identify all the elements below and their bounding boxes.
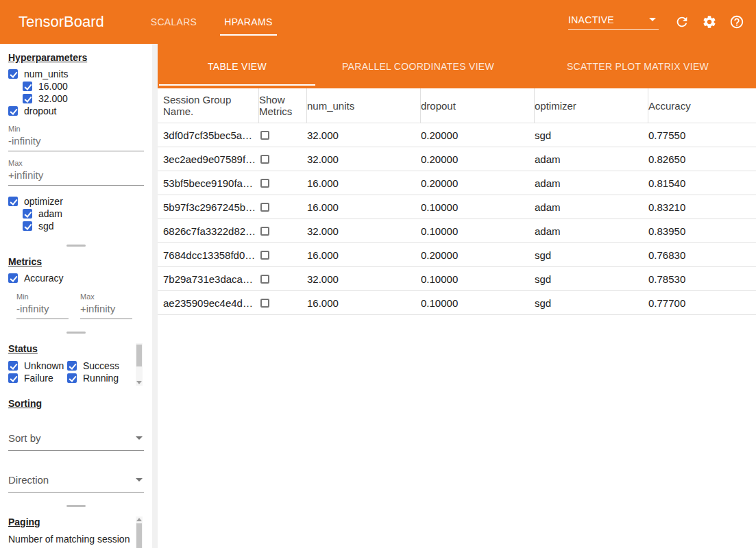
column-header-show-metrics[interactable]: Show Metrics	[259, 88, 307, 123]
show-metrics-checkbox[interactable]	[260, 275, 269, 284]
app-toolbar: TensorBoard SCALARS HPARAMS INACTIVE	[0, 0, 756, 44]
num-units-value-16-row[interactable]: 16.000	[23, 80, 144, 92]
status-heading: Status	[8, 343, 144, 354]
paging-section: Paging Number of matching session groups…	[8, 516, 144, 548]
scrollbar-thumb[interactable]	[136, 345, 142, 366]
num-units-value-32-row[interactable]: 32.000	[23, 92, 144, 105]
checkbox[interactable]	[23, 94, 32, 103]
status-unknown-row[interactable]: Unknown	[8, 360, 67, 372]
tab-scalars[interactable]: SCALARS	[137, 0, 210, 44]
refresh-button[interactable]	[668, 8, 696, 36]
accuracy-cell: 0.78530	[648, 267, 756, 290]
show-metrics-checkbox[interactable]	[260, 251, 269, 260]
table-row: ae235909ec4e4d… 16.000 0.10000 sgd 0.777…	[158, 291, 756, 315]
direction-value: Direction	[8, 474, 49, 486]
optimizer-cell: adam	[535, 147, 648, 171]
checkbox[interactable]	[23, 209, 32, 219]
checkbox[interactable]	[67, 361, 77, 371]
show-metrics-checkbox[interactable]	[260, 203, 269, 212]
accuracy-max-input[interactable]	[80, 301, 132, 319]
num-units-cell: 16.000	[307, 171, 421, 195]
status-scrollbar[interactable]	[136, 343, 143, 386]
session-group-name: 53bf5bece9190fa…	[163, 171, 259, 195]
dropout-min-input[interactable]	[8, 133, 144, 151]
session-group-name: 7684dcc13358fd0…	[163, 243, 259, 266]
optimizer-cell: adam	[535, 171, 648, 195]
accuracy-min-label: Min	[16, 292, 69, 301]
dropout-cell: 0.20000	[421, 123, 535, 147]
section-resize-handle[interactable]	[66, 245, 86, 247]
scroll-up-arrow-icon[interactable]	[136, 518, 142, 521]
tab-scatter-plot-matrix-view[interactable]: SCATTER PLOT MATRIX VIEW	[520, 44, 756, 88]
hparam-dropout-label: dropout	[24, 105, 56, 116]
num-units-cell: 32.000	[307, 123, 421, 147]
show-metrics-checkbox[interactable]	[260, 155, 269, 164]
status-failure-label: Failure	[24, 373, 53, 384]
accuracy-cell: 0.81540	[648, 171, 756, 195]
checkbox[interactable]	[8, 273, 18, 283]
settings-button[interactable]	[696, 8, 723, 36]
sidebar-gutter	[152, 44, 158, 548]
show-metrics-cell	[259, 267, 307, 290]
section-resize-handle[interactable]	[66, 332, 86, 334]
optimizer-cell: sgd	[535, 291, 648, 314]
direction-select[interactable]: Direction	[8, 474, 144, 493]
num-units-cell: 16.000	[307, 243, 421, 266]
column-header-dropout[interactable]: dropout	[421, 88, 535, 123]
checkbox[interactable]	[8, 69, 18, 79]
show-metrics-cell	[259, 195, 307, 219]
hparam-dropout-row[interactable]: dropout	[8, 105, 144, 117]
help-icon	[729, 14, 744, 29]
scrollbar-thumb[interactable]	[136, 523, 142, 548]
status-running-row[interactable]: Running	[67, 372, 144, 384]
column-header-session-group-name[interactable]: Session Group Name.	[163, 88, 259, 123]
column-header-num-units[interactable]: num_units	[307, 88, 421, 123]
show-metrics-checkbox[interactable]	[260, 179, 269, 188]
paging-heading: Paging	[8, 516, 144, 527]
checkbox[interactable]	[23, 82, 32, 91]
checkbox[interactable]	[8, 106, 18, 116]
checkbox[interactable]	[8, 373, 18, 383]
tab-table-view[interactable]: TABLE VIEW	[158, 44, 317, 88]
checkbox[interactable]	[23, 221, 32, 231]
optimizer-cell: sgd	[535, 123, 648, 147]
accuracy-max-field: Max	[80, 290, 132, 319]
show-metrics-checkbox[interactable]	[260, 131, 269, 140]
dropout-max-input[interactable]	[8, 167, 144, 186]
optimizer-value-adam-row[interactable]: adam	[23, 208, 144, 220]
optimizer-value-sgd-row[interactable]: sgd	[23, 220, 144, 232]
help-button[interactable]	[723, 8, 751, 36]
checkbox[interactable]	[67, 373, 77, 383]
accuracy-max-label: Max	[80, 292, 132, 301]
checkbox[interactable]	[8, 361, 18, 371]
table-row: 5b97f3c2967245b… 16.000 0.10000 adam 0.8…	[158, 195, 756, 219]
status-section: Status Unknown Success Failure Running	[8, 343, 144, 384]
checkbox[interactable]	[8, 197, 18, 206]
hparam-num-units-row[interactable]: num_units	[8, 68, 144, 80]
num-units-value-16-label: 16.000	[38, 81, 68, 92]
session-group-name: 3df0d7cf35bec5a…	[163, 123, 259, 147]
show-metrics-checkbox[interactable]	[260, 227, 269, 236]
section-resize-handle[interactable]	[66, 505, 86, 507]
show-metrics-cell	[259, 243, 307, 266]
matching-session-groups-text: Number of matching session groups: 8	[8, 533, 133, 548]
column-header-accuracy[interactable]: Accuracy	[648, 88, 756, 123]
accuracy-cell: 0.83210	[648, 195, 756, 219]
dropout-max-label: Max	[8, 159, 144, 167]
column-header-optimizer[interactable]: optimizer	[535, 88, 648, 123]
session-group-name: 7b29a731e3daca…	[163, 267, 259, 290]
metric-accuracy-row[interactable]: Accuracy	[8, 272, 144, 284]
tab-hparams[interactable]: HPARAMS	[210, 0, 286, 44]
tab-parallel-coordinates-view[interactable]: PARALLEL COORDINATES VIEW	[317, 44, 520, 88]
hparam-optimizer-row[interactable]: optimizer	[8, 195, 144, 208]
accuracy-min-input[interactable]	[16, 301, 69, 319]
scroll-down-arrow-icon[interactable]	[136, 381, 142, 384]
paging-scrollbar[interactable]	[136, 516, 143, 548]
show-metrics-checkbox[interactable]	[260, 299, 269, 308]
status-failure-row[interactable]: Failure	[8, 372, 67, 384]
reload-status-select[interactable]: INACTIVE	[568, 14, 659, 30]
status-success-row[interactable]: Success	[67, 360, 144, 372]
hparam-optimizer-label: optimizer	[24, 196, 63, 207]
show-metrics-cell	[259, 171, 307, 195]
sort-by-select[interactable]: Sort by	[8, 432, 144, 451]
